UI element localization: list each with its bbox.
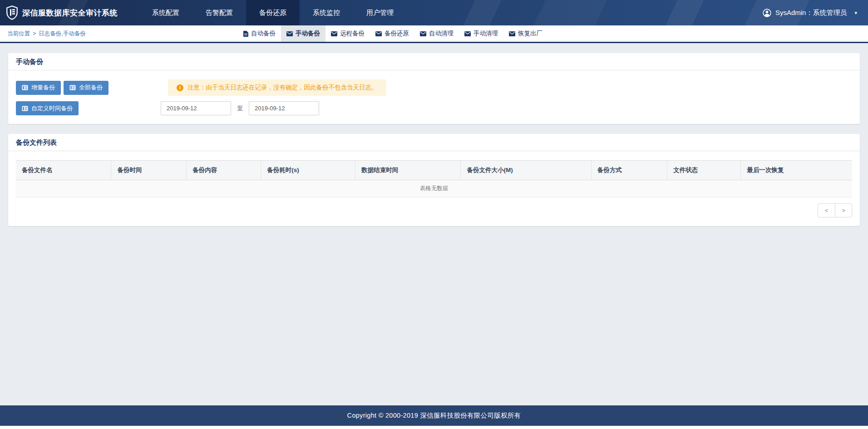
col-backup-file-size: 备份文件大小(M)	[461, 161, 591, 180]
subtab-auto-backup[interactable]: 自动备份	[238, 25, 281, 42]
subtab-factory-reset[interactable]: 恢复出厂	[503, 25, 548, 42]
mail-icon	[286, 31, 293, 36]
custom-backup-row: 自定义时间备份 至	[16, 101, 852, 115]
table-empty-row: 表格无数据	[16, 180, 852, 197]
subtabs: 自动备份 手动备份 远程备份 备份还原 自动清理	[238, 25, 548, 42]
backup-file-list-card: 备份文件列表 备份文件名 备份时间 备份内容 备份耗时(s) 数据结束时间 备份…	[8, 134, 860, 226]
subtab-auto-cleanup[interactable]: 自动清理	[414, 25, 459, 42]
col-last-restore: 最后一次恢复	[741, 161, 852, 180]
breadcrumb-separator: >	[33, 30, 36, 37]
col-backup-method: 备份方式	[591, 161, 667, 180]
breadcrumb-path: 日志备份,手动备份	[39, 30, 85, 38]
subtab-remote-backup[interactable]: 远程备份	[326, 25, 370, 42]
mail-icon	[509, 31, 515, 36]
mail-icon	[464, 31, 471, 36]
breadcrumb: 当前位置 > 日志备份,手动备份	[7, 25, 86, 42]
date-range-group: 至	[161, 101, 319, 115]
subtab-label: 自动备份	[251, 30, 276, 38]
nav-item-system-monitor[interactable]: 系统监控	[300, 0, 353, 25]
mail-icon	[420, 31, 426, 36]
mail-icon	[331, 31, 337, 36]
user-menu[interactable]: SysAdmin：系统管理员 ▾	[763, 9, 868, 17]
mail-icon	[375, 31, 382, 36]
incremental-backup-button[interactable]: 增量备份	[16, 81, 61, 95]
manual-backup-title: 手动备份	[8, 53, 860, 70]
backup-list-icon	[22, 85, 28, 90]
chevron-down-icon: ▾	[854, 10, 857, 16]
brand: 深信服数据库安全审计系统	[0, 5, 123, 20]
subtab-label: 手动清理	[473, 30, 498, 38]
date-range-to-label: 至	[237, 104, 243, 113]
nav-item-alert-config[interactable]: 告警配置	[192, 0, 246, 25]
footer: Copyright © 2000-2019 深信服科技股份有限公司版权所有	[0, 405, 868, 426]
col-backup-content: 备份内容	[187, 161, 261, 180]
manual-backup-card: 手动备份 增量备份 全部备份 i 注意：由于当天日志还在记录，没有	[8, 53, 860, 124]
subtab-bar: 当前位置 > 日志备份,手动备份 自动备份 手动备份 远程备份 备份还	[0, 25, 868, 43]
col-backup-time: 备份时间	[111, 161, 187, 180]
nav-item-system-config[interactable]: 系统配置	[139, 0, 192, 25]
subtab-label: 恢复出厂	[518, 30, 542, 38]
nav-item-user-management[interactable]: 用户管理	[353, 0, 407, 25]
backup-file-list-title: 备份文件列表	[8, 134, 860, 151]
full-backup-button[interactable]: 全部备份	[64, 81, 108, 95]
subtab-label: 自动清理	[429, 30, 454, 38]
custom-time-backup-button[interactable]: 自定义时间备份	[16, 101, 79, 115]
col-file-status: 文件状态	[667, 161, 741, 180]
main-content: 手动备份 增量备份 全部备份 i 注意：由于当天日志还在记录，没有	[0, 43, 868, 405]
full-backup-label: 全部备份	[79, 84, 103, 92]
incremental-backup-label: 增量备份	[31, 84, 55, 92]
app-title: 深信服数据库安全审计系统	[22, 8, 118, 18]
backup-notice: i 注意：由于当天日志还在记录，没有确定，因此备份不包含当天日志。	[168, 79, 386, 96]
subtab-manual-backup[interactable]: 手动备份	[281, 25, 326, 42]
date-from-input[interactable]	[161, 101, 231, 115]
subtab-label: 手动备份	[296, 30, 320, 38]
footer-bottom-strip	[0, 426, 868, 429]
table-empty-text: 表格无数据	[16, 180, 852, 197]
backup-list-icon	[22, 106, 28, 111]
subtab-label: 备份还原	[385, 30, 409, 38]
shield-logo-icon	[6, 5, 18, 20]
subtab-manual-cleanup[interactable]: 手动清理	[459, 25, 503, 42]
file-icon	[243, 31, 248, 37]
backup-file-list-body: 备份文件名 备份时间 备份内容 备份耗时(s) 数据结束时间 备份文件大小(M)…	[8, 151, 860, 226]
date-to-input[interactable]	[249, 101, 319, 115]
col-data-end-time: 数据结束时间	[355, 161, 461, 180]
prev-page-button[interactable]: <	[818, 203, 835, 217]
main-nav: 系统配置 告警配置 备份还原 系统监控 用户管理	[139, 0, 407, 25]
user-circle-icon	[763, 9, 771, 17]
subtab-label: 远程备份	[340, 30, 365, 38]
top-navbar: 深信服数据库安全审计系统 系统配置 告警配置 备份还原 系统监控 用户管理 Sy…	[0, 0, 868, 25]
nav-item-backup-restore[interactable]: 备份还原	[246, 0, 300, 25]
copyright-text: Copyright © 2000-2019 深信服科技股份有限公司版权所有	[347, 411, 521, 420]
next-page-button[interactable]: >	[835, 203, 852, 217]
custom-time-backup-label: 自定义时间备份	[31, 104, 73, 113]
manual-backup-body: 增量备份 全部备份 i 注意：由于当天日志还在记录，没有确定，因此备份不包含当天…	[8, 70, 860, 124]
backup-file-table: 备份文件名 备份时间 备份内容 备份耗时(s) 数据结束时间 备份文件大小(M)…	[16, 160, 852, 197]
col-backup-file-name: 备份文件名	[16, 161, 111, 180]
breadcrumb-location-label: 当前位置	[7, 30, 30, 38]
backup-list-icon	[69, 85, 76, 90]
user-label: SysAdmin：系统管理员	[775, 9, 847, 17]
subtab-backup-restore[interactable]: 备份还原	[370, 25, 414, 42]
notice-text: 注意：由于当天日志还在记录，没有确定，因此备份不包含当天日志。	[187, 84, 378, 92]
col-backup-duration: 备份耗时(s)	[261, 161, 355, 180]
table-header-row: 备份文件名 备份时间 备份内容 备份耗时(s) 数据结束时间 备份文件大小(M)…	[16, 161, 852, 180]
backup-actions-row: 增量备份 全部备份 i 注意：由于当天日志还在记录，没有确定，因此备份不包含当天…	[16, 79, 852, 96]
info-icon: i	[177, 84, 183, 91]
pagination: < >	[16, 203, 852, 217]
